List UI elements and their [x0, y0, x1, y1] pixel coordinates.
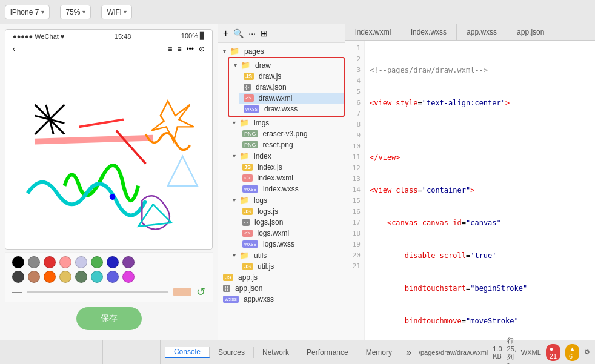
- eraser-icon[interactable]: [173, 288, 191, 296]
- save-button[interactable]: 保存: [76, 307, 142, 330]
- color-yellow[interactable]: [59, 271, 71, 283]
- tab-console[interactable]: Console: [165, 347, 210, 358]
- phone-time: 15:48: [115, 33, 131, 40]
- add-file-icon[interactable]: +: [223, 28, 228, 39]
- status-info: /pages/draw/draw.wxml 1.0 KB 行 25, 列 1 W…: [419, 336, 590, 365]
- zoom-selector[interactable]: 75% ▾: [60, 5, 91, 19]
- color-dark-gray[interactable]: [12, 271, 24, 283]
- folder-pages[interactable]: ▾ 📁 pages: [218, 45, 345, 57]
- file-logs-js[interactable]: JS logs.js: [238, 206, 345, 217]
- code-line-1: <!--pages/draw/draw.wxml-->: [370, 65, 590, 76]
- file-index-wxml-label: index.wxml: [258, 174, 293, 182]
- menu-icon[interactable]: ≡: [168, 45, 172, 53]
- color-cornblue[interactable]: [107, 271, 119, 283]
- tab-memory[interactable]: Memory: [357, 347, 401, 358]
- warning-badge[interactable]: ▲ 6: [565, 344, 579, 361]
- file-app-json[interactable]: {} app.json: [218, 283, 345, 294]
- code-line-4: </view>: [370, 152, 590, 163]
- folder-index-label: index: [254, 152, 271, 160]
- list-icon[interactable]: ≡: [177, 45, 181, 53]
- line-num-20: 20: [345, 250, 364, 261]
- color-red[interactable]: [44, 256, 56, 268]
- folder-imgs[interactable]: ▾ 📁 imgs: [228, 117, 345, 128]
- line-num-9: 9: [345, 130, 364, 141]
- color-purple[interactable]: [122, 256, 135, 268]
- file-logs-js-label: logs.js: [258, 207, 278, 216]
- svg-marker-4: [168, 156, 198, 186]
- wxss-icon-app: wxss: [223, 296, 239, 303]
- file-app-js[interactable]: JS app.js: [218, 272, 345, 283]
- png-icon-reset: PNG: [242, 141, 258, 148]
- color-green[interactable]: [91, 256, 103, 268]
- file-index-js[interactable]: JS index.js: [238, 162, 345, 173]
- file-draw-js[interactable]: JS draw.js: [239, 71, 344, 82]
- device-selector[interactable]: iPhone 7 ▾: [5, 5, 50, 19]
- tab-index-wxml[interactable]: index.wxml: [345, 24, 401, 40]
- file-path-status: /pages/draw/draw.wxml: [419, 349, 488, 356]
- json-icon-draw: {}: [244, 84, 251, 91]
- color-lavender[interactable]: [75, 256, 87, 268]
- color-cyan[interactable]: [91, 271, 103, 283]
- tab-app-json[interactable]: app.json: [507, 24, 554, 40]
- line-num-19: 19: [345, 239, 364, 250]
- reset-icon[interactable]: ↺: [196, 285, 205, 299]
- file-logs-wxss[interactable]: wxss logs.wxss: [238, 239, 345, 250]
- network-selector[interactable]: WiFi ▾: [101, 5, 132, 19]
- search-file-icon[interactable]: 🔍: [233, 28, 244, 38]
- line-num-15: 15: [345, 196, 364, 207]
- color-pink[interactable]: [59, 256, 71, 268]
- color-black[interactable]: [12, 256, 24, 268]
- canvas-area[interactable]: [5, 56, 212, 249]
- record-icon[interactable]: ⊙: [199, 45, 205, 53]
- more-options-icon[interactable]: ···: [248, 28, 256, 38]
- tab-app-wxss[interactable]: app.wxss: [457, 24, 507, 40]
- more-icon[interactable]: •••: [186, 45, 194, 53]
- file-index-wxml[interactable]: <> index.wxml: [238, 173, 345, 184]
- js-icon-index: JS: [242, 164, 253, 171]
- phone-panel: ●●●●● WeChat ♥ 15:48 100% ▊ ‹ ≡ ≡ ••• ⊙: [0, 24, 218, 340]
- file-draw-wxss[interactable]: wxss draw.wxss: [239, 104, 344, 114]
- color-magenta[interactable]: [122, 271, 135, 283]
- file-draw-wxml[interactable]: <> draw.wxml: [239, 93, 344, 104]
- more-tabs-button[interactable]: »: [401, 347, 416, 358]
- language-status: WXML: [521, 349, 541, 356]
- brush-size-slider[interactable]: [27, 291, 168, 293]
- file-index-wxss[interactable]: wxss index.wxss: [238, 184, 345, 194]
- folder-logs-icon: 📁: [239, 196, 249, 205]
- color-brown[interactable]: [28, 271, 40, 283]
- settings-icon[interactable]: ⚙: [584, 348, 590, 356]
- folder-utils[interactable]: ▾ 📁 utils: [228, 250, 345, 261]
- code-content: 1 2 3 4 5 6 7 8 9 10 11 12 13 14 15 16 1…: [345, 41, 595, 340]
- layout-icon[interactable]: ⊞: [261, 28, 268, 38]
- file-logs-json[interactable]: {} logs.json: [238, 217, 345, 228]
- folder-draw[interactable]: ▾ 📁 draw: [229, 59, 344, 71]
- file-util-js[interactable]: JS util.js: [238, 261, 345, 272]
- file-draw-json[interactable]: {} draw.json: [239, 82, 344, 93]
- json-icon-app: {}: [223, 285, 230, 292]
- color-blue[interactable]: [107, 256, 119, 268]
- tab-performance[interactable]: Performance: [298, 347, 357, 358]
- tab-sources[interactable]: Sources: [210, 347, 254, 358]
- file-reset-png[interactable]: PNG reset.png: [238, 139, 345, 150]
- back-icon[interactable]: ‹: [13, 45, 15, 53]
- error-badge[interactable]: ● 21: [546, 344, 560, 361]
- tab-index-wxss[interactable]: index.wxss: [401, 24, 457, 40]
- code-line-7: disable-scroll='true': [370, 250, 590, 261]
- wxml-icon-logs: <>: [242, 230, 253, 237]
- wxml-icon-index: <>: [242, 174, 253, 182]
- phone-screen: ●●●●● WeChat ♥ 15:48 100% ▊ ‹ ≡ ≡ ••• ⊙: [5, 29, 213, 250]
- code-lines-content[interactable]: <!--pages/draw/draw.wxml--> <view style=…: [365, 41, 595, 340]
- color-olive[interactable]: [75, 271, 87, 283]
- tab-network[interactable]: Network: [254, 347, 298, 358]
- folder-logs[interactable]: ▾ 📁 logs: [228, 194, 345, 206]
- file-eraser-png[interactable]: PNG eraser-v3.png: [238, 128, 345, 139]
- folder-index[interactable]: ▾ 📁 index: [228, 150, 345, 162]
- file-tree-body: ▾ 📁 pages ▾ 📁 draw JS draw.js {} draw.js…: [218, 43, 345, 307]
- color-gray[interactable]: [28, 256, 40, 268]
- file-size-status: 1.0 KB: [493, 345, 502, 360]
- file-app-wxss[interactable]: wxss app.wxss: [218, 294, 345, 305]
- color-orange[interactable]: [44, 271, 56, 283]
- line-num-11: 11: [345, 152, 364, 163]
- file-logs-wxml[interactable]: <> logs.wxml: [238, 228, 345, 239]
- line-num-3: 3: [345, 65, 364, 76]
